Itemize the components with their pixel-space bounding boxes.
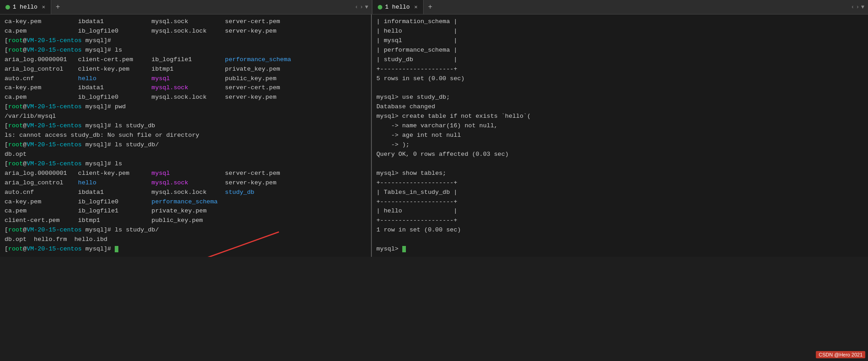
terminal-line: mysql> xyxy=(376,245,863,254)
terminal-line: mysql> create table if not exists `hello… xyxy=(376,112,863,121)
cursor xyxy=(115,246,118,252)
tab-left-active[interactable]: 1 hello ✕ xyxy=(0,0,51,14)
terminal-line: mysql> use study_db; xyxy=(376,93,863,102)
tab-label-left: 1 hello xyxy=(13,4,38,10)
terminal-line: db.opt xyxy=(5,150,366,159)
terminal-line: aria_log_control hello mysql.sock server… xyxy=(5,178,366,188)
nav-arrows-left: ‹ › ▼ xyxy=(355,4,372,10)
terminal-line: ca.pem ib_logfile0 mysql.sock.lock serve… xyxy=(5,93,366,102)
arrow-right-left[interactable]: › xyxy=(360,4,363,10)
terminal-line xyxy=(376,83,863,93)
tab-bar: 1 hello ✕ + ‹ › ▼ 1 hello ✕ + ‹ › ▼ xyxy=(0,0,868,14)
terminal-line: 5 rows in set (0.00 sec) xyxy=(376,74,863,84)
terminal-line: [root@VM-20-15-centos mysql]# ls study_d… xyxy=(5,226,366,235)
terminal-line: client-cert.pem ibtmp1 public_key.pem xyxy=(5,216,366,226)
terminal-line xyxy=(376,159,863,169)
arrow-left-left[interactable]: ‹ xyxy=(355,4,358,10)
csdn-badge: CSDN @Hero 2021 xyxy=(816,351,865,358)
terminal-line: [root@VM-20-15-centos mysql]# ls xyxy=(5,159,366,169)
terminal-line: aria_log.00000001 client-key.pem mysql s… xyxy=(5,169,366,178)
terminal-line: +--------------------+ xyxy=(376,197,863,207)
terminal-line: -> name varchar(16) not null, xyxy=(376,121,863,131)
terminal-line: mysql> show tables; xyxy=(376,169,863,178)
tab-close-right[interactable]: ✕ xyxy=(414,4,418,10)
terminal-line: /var/lib/mysql xyxy=(5,112,366,121)
terminal-line: -> age int not null xyxy=(376,131,863,140)
tab-dot-right xyxy=(378,5,382,10)
tab-close-left[interactable]: ✕ xyxy=(42,4,45,10)
terminal-line: | hello | xyxy=(376,27,863,36)
tab-bar-left: 1 hello ✕ + ‹ › ▼ xyxy=(0,0,372,14)
terminal-line: auto.cnf hello mysql public_key.pem xyxy=(5,74,366,84)
terminal-line: aria_log_control client-key.pem ibtmp1 p… xyxy=(5,65,366,74)
terminal-line: -> ); xyxy=(376,140,863,150)
terminal-line: [root@VM-20-15-centos mysql]# xyxy=(5,245,366,254)
terminal-line: ca-key.pem ib_logfile0 performance_schem… xyxy=(5,197,366,207)
app-window: 1 hello ✕ + ‹ › ▼ 1 hello ✕ + ‹ › ▼ xyxy=(0,0,868,257)
terminal-line: | study_db | xyxy=(376,55,863,65)
left-terminal[interactable]: ca-key.pem ibdata1 mysql.sock server-cer… xyxy=(0,14,372,257)
terminal-line: aria_log.00000001 client-cert.pem ib_log… xyxy=(5,55,366,65)
terminal-line: | information_schema | xyxy=(376,17,863,27)
terminal-line: db.opt hello.frm hello.ibd xyxy=(5,235,366,245)
terminal-line: Database changed xyxy=(376,102,863,112)
terminal-line: [root@VM-20-15-centos mysql]# xyxy=(5,36,366,46)
terminal-line: [root@VM-20-15-centos mysql]# ls study_d… xyxy=(5,140,366,150)
main-content: ca-key.pem ibdata1 mysql.sock server-cer… xyxy=(0,14,868,257)
terminal-line: ca-key.pem ibdata1 mysql.sock server-cer… xyxy=(5,17,366,27)
terminal-line: +--------------------+ xyxy=(376,178,863,188)
terminal-line: | Tables_in_study_db | xyxy=(376,188,863,197)
tab-label-right: 1 hello xyxy=(385,4,410,10)
tab-add-right[interactable]: + xyxy=(424,3,437,11)
terminal-line: ca-key.pem ibdata1 mysql.sock server-cer… xyxy=(5,83,366,93)
dropdown-right[interactable]: ▼ xyxy=(861,4,864,10)
terminal-line: | hello | xyxy=(376,207,863,216)
nav-arrows-right: ‹ › ▼ xyxy=(851,4,868,10)
terminal-line: | performance_schema | xyxy=(376,46,863,55)
terminal-line: [root@VM-20-15-centos mysql]# ls xyxy=(5,46,366,55)
terminal-line: ca.pem ib_logfile1 private_key.pem xyxy=(5,207,366,216)
tab-bar-right: 1 hello ✕ + ‹ › ▼ xyxy=(372,0,868,14)
tab-dot-left xyxy=(5,5,10,10)
terminal-line: ls: cannot access study_db: No such file… xyxy=(5,131,366,140)
tab-add-left[interactable]: + xyxy=(51,3,65,11)
terminal-line xyxy=(376,235,863,245)
terminal-line: [root@VM-20-15-centos mysql]# pwd xyxy=(5,102,366,112)
terminal-line: +--------------------+ xyxy=(376,216,863,226)
terminal-line: ca.pem ib_logfile0 mysql.sock.lock serve… xyxy=(5,27,366,36)
right-terminal[interactable]: | information_schema || hello || mysql |… xyxy=(372,14,868,257)
cursor-right xyxy=(402,246,406,252)
terminal-line: 1 row in set (0.00 sec) xyxy=(376,226,863,235)
arrow-right-right[interactable]: › xyxy=(856,4,859,10)
terminal-line: | mysql | xyxy=(376,36,863,46)
terminal-line: auto.cnf ibdata1 mysql.sock.lock study_d… xyxy=(5,188,366,197)
terminal-line: [root@VM-20-15-centos mysql]# ls study_d… xyxy=(5,121,366,131)
dropdown-left[interactable]: ▼ xyxy=(365,4,368,10)
arrow-left-right[interactable]: ‹ xyxy=(851,4,854,10)
terminal-line: Query OK, 0 rows affected (0.03 sec) xyxy=(376,150,863,159)
terminal-line: +--------------------+ xyxy=(376,65,863,74)
tab-right-active[interactable]: 1 hello ✕ xyxy=(372,0,424,14)
